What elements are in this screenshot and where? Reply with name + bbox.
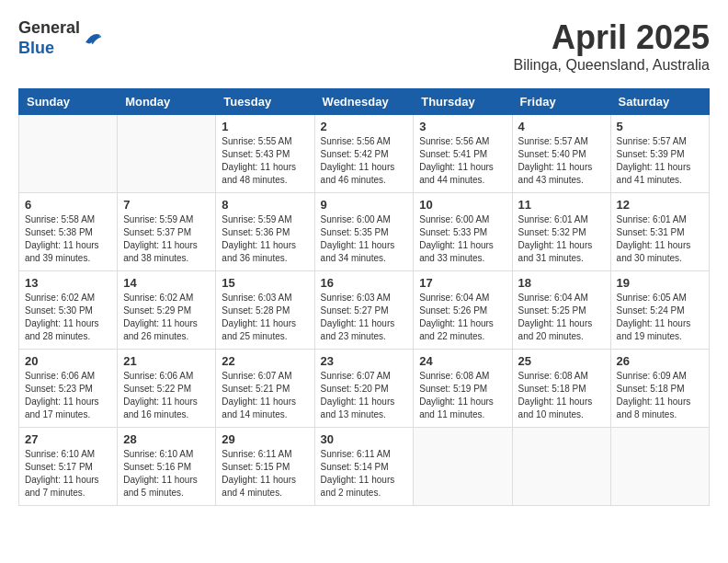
day-info: Sunrise: 6:00 AMSunset: 5:33 PMDaylight:… (419, 213, 506, 265)
day-number: 15 (222, 276, 308, 290)
day-info: Sunrise: 6:10 AMSunset: 5:16 PMDaylight:… (123, 448, 210, 500)
calendar-cell: 23Sunrise: 6:07 AMSunset: 5:20 PMDayligh… (314, 350, 414, 428)
calendar-table: SundayMondayTuesdayWednesdayThursdayFrid… (18, 88, 710, 506)
day-info: Sunrise: 6:07 AMSunset: 5:20 PMDaylight:… (321, 370, 408, 421)
day-info: Sunrise: 6:02 AMSunset: 5:30 PMDaylight:… (25, 292, 111, 343)
day-info: Sunrise: 5:56 AMSunset: 5:42 PMDaylight:… (321, 135, 408, 187)
calendar-cell: 16Sunrise: 6:03 AMSunset: 5:27 PMDayligh… (314, 271, 414, 350)
location: Bilinga, Queensland, Australia (514, 57, 710, 74)
day-info: Sunrise: 6:03 AMSunset: 5:28 PMDaylight:… (222, 292, 308, 343)
day-number: 7 (123, 198, 210, 212)
logo-icon (82, 28, 104, 50)
day-number: 12 (617, 198, 703, 212)
calendar-cell: 8Sunrise: 5:59 AMSunset: 5:36 PMDaylight… (216, 193, 314, 271)
day-info: Sunrise: 6:01 AMSunset: 5:32 PMDaylight:… (518, 213, 605, 265)
day-info: Sunrise: 6:05 AMSunset: 5:24 PMDaylight:… (617, 292, 703, 343)
day-number: 6 (25, 198, 111, 212)
column-header-tuesday: Tuesday (216, 89, 314, 115)
calendar-cell: 11Sunrise: 6:01 AMSunset: 5:32 PMDayligh… (512, 193, 610, 271)
day-number: 11 (518, 198, 605, 212)
calendar-cell (19, 115, 118, 193)
calendar-cell: 22Sunrise: 6:07 AMSunset: 5:21 PMDayligh… (216, 350, 314, 428)
day-info: Sunrise: 5:56 AMSunset: 5:41 PMDaylight:… (419, 135, 506, 187)
day-number: 30 (321, 432, 408, 446)
day-info: Sunrise: 5:57 AMSunset: 5:40 PMDaylight:… (518, 135, 605, 187)
day-info: Sunrise: 5:57 AMSunset: 5:39 PMDaylight:… (617, 135, 703, 187)
calendar-header-row: SundayMondayTuesdayWednesdayThursdayFrid… (19, 89, 710, 115)
page-header: GeneralBlue April 2025 Bilinga, Queensla… (18, 18, 710, 74)
day-number: 17 (419, 276, 506, 290)
logo: GeneralBlue (18, 18, 104, 58)
day-number: 1 (222, 120, 308, 133)
day-info: Sunrise: 6:08 AMSunset: 5:18 PMDaylight:… (518, 370, 605, 421)
title-block: April 2025 Bilinga, Queensland, Australi… (514, 18, 710, 74)
day-number: 4 (518, 120, 605, 133)
calendar-cell: 2Sunrise: 5:56 AMSunset: 5:42 PMDaylight… (314, 115, 414, 193)
calendar-cell: 10Sunrise: 6:00 AMSunset: 5:33 PMDayligh… (414, 193, 512, 271)
day-info: Sunrise: 6:06 AMSunset: 5:23 PMDaylight:… (25, 370, 111, 421)
calendar-cell: 4Sunrise: 5:57 AMSunset: 5:40 PMDaylight… (512, 115, 610, 193)
column-header-sunday: Sunday (19, 89, 118, 115)
calendar-cell (118, 115, 216, 193)
day-info: Sunrise: 6:08 AMSunset: 5:19 PMDaylight:… (419, 370, 506, 421)
day-number: 23 (321, 354, 408, 368)
calendar-cell (512, 428, 610, 506)
calendar-cell: 21Sunrise: 6:06 AMSunset: 5:22 PMDayligh… (118, 350, 216, 428)
day-info: Sunrise: 6:03 AMSunset: 5:27 PMDaylight:… (321, 292, 408, 343)
day-info: Sunrise: 6:06 AMSunset: 5:22 PMDaylight:… (123, 370, 210, 421)
day-number: 16 (321, 276, 408, 290)
day-number: 27 (25, 432, 111, 446)
calendar-cell (414, 428, 512, 506)
calendar-cell: 19Sunrise: 6:05 AMSunset: 5:24 PMDayligh… (610, 271, 709, 350)
day-info: Sunrise: 6:02 AMSunset: 5:29 PMDaylight:… (123, 292, 210, 343)
day-number: 2 (321, 120, 408, 133)
calendar-cell: 13Sunrise: 6:02 AMSunset: 5:30 PMDayligh… (19, 271, 118, 350)
day-number: 3 (419, 120, 506, 133)
calendar-cell: 18Sunrise: 6:04 AMSunset: 5:25 PMDayligh… (512, 271, 610, 350)
calendar-cell: 27Sunrise: 6:10 AMSunset: 5:17 PMDayligh… (19, 428, 118, 506)
calendar-cell: 29Sunrise: 6:11 AMSunset: 5:15 PMDayligh… (216, 428, 314, 506)
day-number: 26 (617, 354, 703, 368)
day-info: Sunrise: 6:07 AMSunset: 5:21 PMDaylight:… (222, 370, 308, 421)
day-info: Sunrise: 6:04 AMSunset: 5:25 PMDaylight:… (518, 292, 605, 343)
calendar-cell: 12Sunrise: 6:01 AMSunset: 5:31 PMDayligh… (610, 193, 709, 271)
day-info: Sunrise: 6:10 AMSunset: 5:17 PMDaylight:… (25, 448, 111, 500)
day-number: 19 (617, 276, 703, 290)
day-number: 29 (222, 432, 308, 446)
month-title: April 2025 (514, 18, 710, 57)
day-info: Sunrise: 5:55 AMSunset: 5:43 PMDaylight:… (222, 135, 308, 187)
column-header-friday: Friday (512, 89, 610, 115)
day-number: 9 (321, 198, 408, 212)
calendar-cell: 30Sunrise: 6:11 AMSunset: 5:14 PMDayligh… (314, 428, 414, 506)
day-number: 25 (518, 354, 605, 368)
calendar-cell: 9Sunrise: 6:00 AMSunset: 5:35 PMDaylight… (314, 193, 414, 271)
calendar-cell: 25Sunrise: 6:08 AMSunset: 5:18 PMDayligh… (512, 350, 610, 428)
logo-text: GeneralBlue (18, 18, 80, 58)
day-number: 18 (518, 276, 605, 290)
day-info: Sunrise: 6:04 AMSunset: 5:26 PMDaylight:… (419, 292, 506, 343)
week-row-2: 6Sunrise: 5:58 AMSunset: 5:38 PMDaylight… (19, 193, 710, 271)
day-info: Sunrise: 6:11 AMSunset: 5:15 PMDaylight:… (222, 448, 308, 500)
day-info: Sunrise: 6:01 AMSunset: 5:31 PMDaylight:… (617, 213, 703, 265)
calendar-cell: 26Sunrise: 6:09 AMSunset: 5:18 PMDayligh… (610, 350, 709, 428)
day-number: 20 (25, 354, 111, 368)
day-info: Sunrise: 5:58 AMSunset: 5:38 PMDaylight:… (25, 213, 111, 265)
day-number: 28 (123, 432, 210, 446)
calendar-cell: 6Sunrise: 5:58 AMSunset: 5:38 PMDaylight… (19, 193, 118, 271)
day-number: 13 (25, 276, 111, 290)
column-header-saturday: Saturday (610, 89, 709, 115)
day-number: 8 (222, 198, 308, 212)
calendar-cell: 17Sunrise: 6:04 AMSunset: 5:26 PMDayligh… (414, 271, 512, 350)
week-row-4: 20Sunrise: 6:06 AMSunset: 5:23 PMDayligh… (19, 350, 710, 428)
day-info: Sunrise: 6:09 AMSunset: 5:18 PMDaylight:… (617, 370, 703, 421)
calendar-cell: 28Sunrise: 6:10 AMSunset: 5:16 PMDayligh… (118, 428, 216, 506)
week-row-1: 1Sunrise: 5:55 AMSunset: 5:43 PMDaylight… (19, 115, 710, 193)
week-row-3: 13Sunrise: 6:02 AMSunset: 5:30 PMDayligh… (19, 271, 710, 350)
column-header-monday: Monday (118, 89, 216, 115)
day-number: 24 (419, 354, 506, 368)
calendar-cell: 1Sunrise: 5:55 AMSunset: 5:43 PMDaylight… (216, 115, 314, 193)
calendar-cell: 15Sunrise: 6:03 AMSunset: 5:28 PMDayligh… (216, 271, 314, 350)
day-number: 21 (123, 354, 210, 368)
column-header-wednesday: Wednesday (314, 89, 414, 115)
calendar-cell: 20Sunrise: 6:06 AMSunset: 5:23 PMDayligh… (19, 350, 118, 428)
